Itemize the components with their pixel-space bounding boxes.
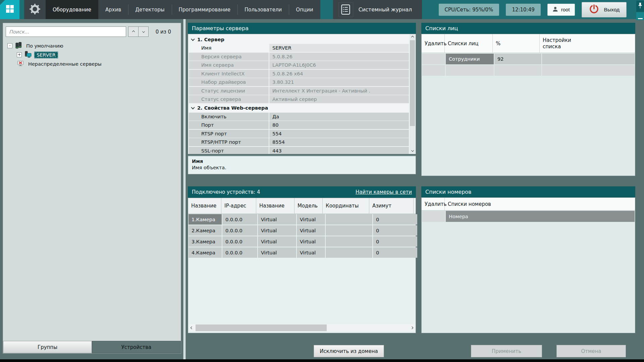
- scroll-down-button[interactable]: [410, 148, 415, 154]
- tab-detectors[interactable]: Детекторы: [128, 0, 171, 19]
- property-value[interactable]: SERVER: [269, 44, 409, 52]
- cell-name[interactable]: Virtual: [258, 236, 296, 247]
- scrollbar-thumb[interactable]: [196, 324, 327, 331]
- cell-camera-name[interactable]: 4.Камера: [189, 247, 222, 258]
- pin-panel-button[interactable]: [636, 1, 644, 12]
- table-row[interactable]: 2.Камера 0.0.0.0 Virtual Virtual 0: [189, 225, 415, 236]
- cell-delete[interactable]: [422, 54, 445, 64]
- tab-archive[interactable]: Архив: [98, 0, 128, 19]
- cell-azimuth[interactable]: 0: [373, 247, 417, 258]
- cell-delete[interactable]: [422, 211, 445, 222]
- tree-label-unallocated[interactable]: Нераспределенные серверы: [27, 61, 103, 67]
- tab-users[interactable]: Пользователи: [237, 0, 289, 19]
- property-value[interactable]: 8554: [269, 138, 409, 146]
- cell-model[interactable]: Virtual: [297, 236, 325, 247]
- cell-list-settings[interactable]: [542, 54, 635, 64]
- cell-coordinates[interactable]: [326, 214, 372, 225]
- cell-percent[interactable]: [494, 65, 541, 76]
- cell-ip[interactable]: 0.0.0.0: [222, 214, 257, 225]
- domain-icon: [15, 42, 22, 50]
- table-row[interactable]: 3.Камера 0.0.0.0 Virtual Virtual 0: [189, 236, 415, 247]
- cell-camera-name[interactable]: 3.Камера: [189, 236, 222, 247]
- cell-percent[interactable]: 92: [494, 54, 541, 64]
- search-prev-button[interactable]: [128, 26, 139, 37]
- property-value[interactable]: 443: [269, 147, 409, 155]
- tree-item-unallocated[interactable]: Нераспределенные серверы: [3, 59, 181, 68]
- settings-gear-button[interactable]: [24, 0, 46, 19]
- exclude-from-domain-button[interactable]: Исключить из домена: [314, 345, 384, 357]
- apps-grid-button[interactable]: [0, 0, 19, 19]
- connected-devices-panel: Подключено устройств: 4 Найти камеры в с…: [188, 186, 416, 333]
- property-value[interactable]: 554: [269, 130, 409, 138]
- cell-ip[interactable]: 0.0.0.0: [222, 225, 257, 236]
- scroll-left-button[interactable]: [189, 324, 195, 331]
- tab-options[interactable]: Опции: [289, 0, 320, 19]
- user-button[interactable]: root: [547, 4, 575, 16]
- horizontal-scrollbar[interactable]: [189, 324, 415, 331]
- table-row[interactable]: 4.Камера 0.0.0.0 Virtual Virtual 0: [189, 247, 415, 258]
- minimize-button[interactable]: [636, 12, 644, 20]
- cancel-button[interactable]: Отмена: [556, 345, 626, 357]
- cell-model[interactable]: Virtual: [297, 247, 325, 258]
- user-icon: [552, 6, 558, 13]
- search-next-button[interactable]: [138, 26, 149, 37]
- cell-coordinates[interactable]: [326, 247, 372, 258]
- section-web-server[interactable]: 2. Свойства Web-сервера: [189, 104, 409, 112]
- cell-ip[interactable]: 0.0.0.0: [222, 247, 257, 258]
- property-label: Имя сервера: [189, 61, 269, 69]
- panel-splitter[interactable]: [183, 19, 186, 359]
- cell-delete[interactable]: [422, 65, 445, 76]
- journal-label: Системный журнал: [359, 7, 412, 13]
- cell-name[interactable]: Virtual: [258, 247, 296, 258]
- cell-list-name[interactable]: Сотрудники: [446, 54, 494, 64]
- property-value[interactable]: Да: [269, 113, 409, 121]
- tab-devices[interactable]: Устройства: [92, 341, 181, 353]
- table-row[interactable]: Сотрудники 92: [422, 54, 635, 64]
- cell-azimuth[interactable]: 0: [373, 236, 417, 247]
- scrollbar-thumb[interactable]: [410, 40, 415, 126]
- tree-label-server[interactable]: SERVER: [34, 52, 58, 58]
- table-row[interactable]: [422, 65, 635, 76]
- cell-coordinates[interactable]: [326, 236, 372, 247]
- cell-list-settings[interactable]: [542, 65, 635, 76]
- cell-camera-name[interactable]: 2.Камера: [189, 225, 222, 236]
- scroll-up-button[interactable]: [410, 35, 415, 40]
- section-server[interactable]: 1. Сервер: [189, 35, 409, 44]
- tree-item-server[interactable]: + SERVER: [3, 50, 181, 59]
- cell-name[interactable]: Virtual: [258, 214, 296, 225]
- tree-label-domain[interactable]: По умолчанию: [25, 43, 65, 49]
- property-row: Клиент IntellectX 5.0.8.26 x64: [189, 70, 409, 78]
- column-header: %: [493, 34, 540, 53]
- cell-camera-name[interactable]: 1.Камера: [189, 214, 222, 225]
- power-icon: [589, 4, 599, 16]
- cell-coordinates[interactable]: [326, 225, 372, 236]
- property-value: 5.0.8.26 x64: [269, 70, 409, 78]
- cell-model[interactable]: Virtual: [297, 225, 325, 236]
- scroll-right-button[interactable]: [409, 324, 415, 331]
- apply-button[interactable]: Применить: [471, 345, 542, 357]
- cell-list-name[interactable]: [446, 65, 494, 76]
- vertical-scrollbar[interactable]: [410, 35, 415, 154]
- table-row[interactable]: 1.Камера 0.0.0.0 Virtual Virtual 0: [189, 214, 415, 225]
- tab-equipment[interactable]: Оборудование: [46, 0, 98, 19]
- search-match-counter: 0 из 0: [149, 29, 178, 35]
- tab-groups[interactable]: Группы: [3, 341, 92, 353]
- logout-button[interactable]: Выход: [582, 2, 627, 17]
- tab-programming[interactable]: Программирование: [172, 0, 237, 19]
- search-input[interactable]: [6, 26, 126, 37]
- table-row[interactable]: Номера: [422, 211, 635, 222]
- cell-model[interactable]: Virtual: [297, 214, 325, 225]
- cell-azimuth[interactable]: 0: [373, 214, 417, 225]
- property-value[interactable]: 80: [269, 121, 409, 129]
- find-cameras-link[interactable]: Найти камеры в сети: [356, 189, 412, 195]
- expand-expander[interactable]: +: [17, 52, 22, 57]
- tree-item-domain[interactable]: - По умолчанию: [3, 41, 181, 50]
- property-description: Имя Имя объекта.: [188, 156, 416, 174]
- collapse-expander[interactable]: -: [7, 43, 12, 48]
- cell-ip[interactable]: 0.0.0.0: [222, 236, 257, 247]
- property-label: Клиент IntellectX: [189, 70, 269, 78]
- cell-name[interactable]: Virtual: [258, 225, 296, 236]
- cell-azimuth[interactable]: 0: [373, 225, 417, 236]
- cell-list-name[interactable]: Номера: [446, 211, 635, 222]
- system-journal-button[interactable]: Системный журнал: [333, 0, 422, 19]
